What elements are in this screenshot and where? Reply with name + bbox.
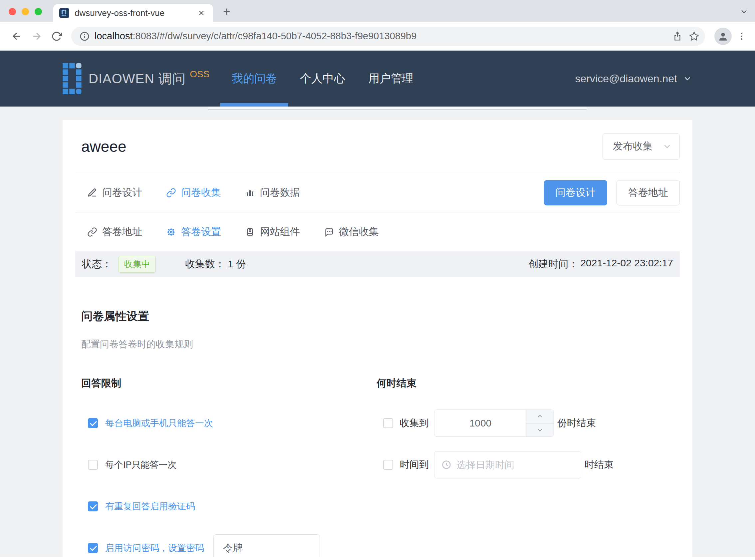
rule-time-end: 时间到 时结束 — [383, 451, 613, 478]
reload-icon[interactable] — [48, 28, 65, 44]
main-nav: 我的问卷 个人中心 用户管理 — [220, 51, 425, 106]
option-password: 启用访问密码，设置密码 — [88, 534, 376, 557]
checkbox-device-once[interactable] — [88, 418, 98, 428]
status-label: 状态： — [82, 257, 112, 271]
bar-chart-icon — [245, 187, 256, 198]
tab-survey-design[interactable]: 问卷设计 — [87, 186, 142, 199]
new-tab-button[interactable] — [220, 5, 233, 18]
forward-icon[interactable] — [28, 28, 45, 44]
chevron-down-icon — [662, 141, 672, 152]
count-label: 收集数： — [185, 257, 225, 271]
checkbox-time-end[interactable] — [383, 460, 393, 470]
subtab-site-widget[interactable]: 网站组件 — [245, 225, 300, 239]
window-close-button[interactable] — [9, 8, 16, 15]
checkbox-ip-once[interactable] — [88, 460, 98, 470]
created-label: 创建时间： — [528, 257, 578, 271]
survey-card: aweee 发布收集 问卷设计 — [63, 120, 692, 557]
oss-badge: OSS — [190, 69, 209, 80]
publish-collect-dropdown[interactable]: 发布收集 — [603, 133, 680, 160]
tab-survey-data[interactable]: 问卷数据 — [245, 186, 300, 199]
window-minimize-button[interactable] — [22, 8, 29, 15]
brand-name: DIAOWEN 调问 — [88, 69, 186, 88]
browser-menu-icon[interactable] — [735, 28, 748, 44]
clock-icon — [441, 459, 452, 470]
browser-tab[interactable]: dwsurvey-oss-front-vue — [53, 4, 213, 22]
attrs-heading: 问卷属性设置 — [81, 308, 680, 324]
end-rules-heading: 何时结束 — [376, 377, 613, 390]
window-controls — [9, 8, 42, 15]
checkbox-captcha[interactable] — [88, 501, 98, 512]
status-bar: 状态： 收集中 收集数： 1 份 创建时间： 2021-12-02 23:02:… — [75, 252, 680, 277]
checkbox-quantity-end[interactable] — [383, 418, 393, 428]
stepper-up-icon[interactable] — [526, 410, 554, 423]
profile-avatar[interactable] — [714, 28, 732, 45]
page-content: aweee 发布收集 问卷设计 — [0, 110, 755, 557]
chevron-down-icon — [682, 74, 692, 84]
datetime-input[interactable] — [456, 459, 574, 471]
subtab-answer-settings[interactable]: 答卷设置 — [166, 225, 221, 239]
created-value: 2021-12-02 23:02:17 — [580, 257, 673, 271]
account-email: service@diaowen.net — [575, 73, 677, 85]
password-input[interactable] — [213, 534, 320, 557]
datetime-picker[interactable] — [434, 451, 581, 478]
widget-tag-icon — [245, 227, 256, 237]
count-value: 1 份 — [228, 257, 246, 271]
answer-limit-heading: 回答限制 — [81, 377, 376, 390]
survey-design-button[interactable]: 问卷设计 — [544, 180, 607, 205]
tab-close-icon[interactable] — [196, 7, 207, 19]
chat-bubble-icon — [324, 227, 334, 237]
diaowen-logo — [63, 63, 82, 94]
gear-icon — [166, 227, 177, 237]
share-icon[interactable] — [669, 28, 686, 45]
browser-window: dwsurvey-oss-front-vue localhost:8083/#/… — [0, 0, 755, 560]
rule-quantity-end: 收集到 — [383, 409, 613, 437]
pencil-icon — [87, 187, 98, 198]
tab-survey-collect[interactable]: 问卷收集 — [166, 186, 221, 199]
page-info-icon[interactable] — [78, 29, 91, 43]
tab-list-chevron-icon[interactable] — [738, 7, 750, 17]
browser-toolbar: localhost:8083/#/dw/survey/c/attr/c98fa1… — [0, 22, 755, 51]
stepper-down-icon[interactable] — [526, 423, 554, 437]
address-bar[interactable]: localhost:8083/#/dw/survey/c/attr/c98fa1… — [71, 27, 705, 46]
app-header: DIAOWEN 调问 OSS 我的问卷 个人中心 用户管理 service@di… — [0, 51, 755, 106]
attrs-description: 配置问卷答卷时的收集规则 — [81, 338, 680, 351]
answer-address-button[interactable]: 答卷地址 — [616, 180, 680, 205]
nav-item-user-management[interactable]: 用户管理 — [356, 51, 425, 106]
bookmark-star-icon[interactable] — [686, 28, 702, 45]
subtab-answer-address[interactable]: 答卷地址 — [87, 225, 142, 239]
nav-item-personal-center[interactable]: 个人中心 — [288, 51, 356, 106]
link-icon — [87, 227, 98, 237]
survey-title: aweee — [81, 138, 126, 156]
quantity-input[interactable] — [434, 410, 526, 437]
account-dropdown[interactable]: service@diaowen.net — [575, 73, 692, 85]
nav-item-my-surveys[interactable]: 我的问卷 — [220, 51, 288, 106]
browser-tab-strip: dwsurvey-oss-front-vue — [0, 0, 755, 22]
link-icon — [166, 187, 177, 198]
option-device-once: 每台电脑或手机只能答一次 — [88, 409, 376, 437]
status-badge: 收集中 — [119, 256, 156, 273]
header-substrip — [0, 106, 755, 110]
url-text: localhost:8083/#/dw/survey/c/attr/c98fa1… — [95, 31, 669, 42]
back-icon[interactable] — [9, 28, 25, 44]
option-ip-once: 每个IP只能答一次 — [88, 451, 376, 478]
option-captcha: 有重复回答启用验证码 — [88, 493, 376, 520]
tab-title: dwsurvey-oss-front-vue — [75, 8, 196, 18]
site-favicon-icon — [59, 8, 69, 18]
quantity-number-input — [434, 409, 554, 437]
checkbox-password[interactable] — [88, 543, 98, 553]
subtab-wechat-collect[interactable]: 微信收集 — [324, 225, 379, 239]
window-zoom-button[interactable] — [35, 8, 42, 15]
